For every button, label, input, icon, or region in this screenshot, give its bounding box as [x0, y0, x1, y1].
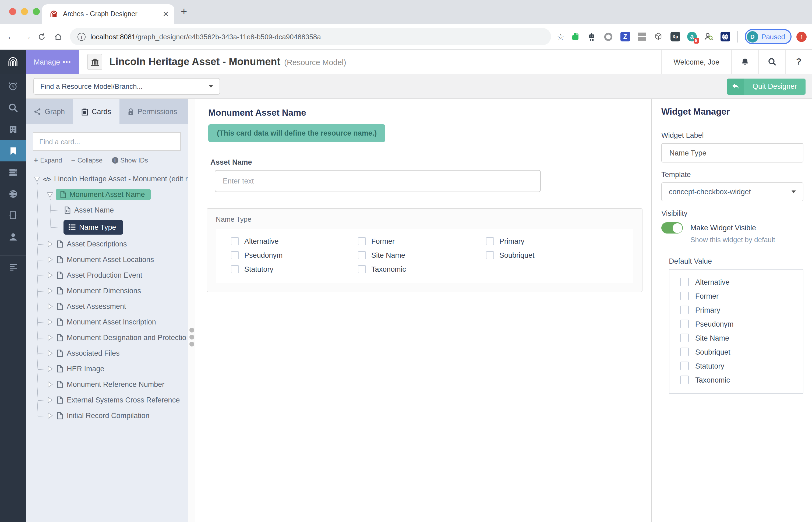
checkbox-icon[interactable]: [231, 265, 239, 273]
highlighted-card-node[interactable]: Monument Asset Name: [56, 189, 151, 200]
collapsed-arrow-icon[interactable]: [46, 365, 54, 373]
tab-close-icon[interactable]: ✕: [163, 10, 169, 18]
collapsed-arrow-icon[interactable]: [46, 349, 54, 357]
window-controls[interactable]: [9, 8, 40, 15]
collapsed-arrow-icon[interactable]: [46, 271, 54, 279]
collapsed-arrow-icon[interactable]: [46, 256, 54, 264]
checkbox-option[interactable]: Pseudonym: [680, 320, 797, 328]
new-tab-icon[interactable]: +: [181, 5, 187, 18]
sidebar-item-graph-designer[interactable]: [0, 140, 26, 161]
checkbox-option[interactable]: Statutory: [680, 362, 797, 370]
tab-cards[interactable]: Cards: [73, 99, 119, 124]
tree-node-card[interactable]: HER Image: [26, 361, 188, 377]
checkbox-option[interactable]: Primary: [486, 237, 627, 245]
panel-resize-handle[interactable]: [188, 99, 195, 522]
expanded-arrow-icon[interactable]: [33, 175, 41, 183]
tree-node-card[interactable]: Monument Dimensions: [26, 283, 188, 299]
checkbox-icon[interactable]: [358, 237, 366, 245]
collapse-all-link[interactable]: −Collapse: [71, 156, 103, 164]
tab-graph[interactable]: Graph: [26, 99, 73, 124]
checkbox-option[interactable]: Primary: [680, 306, 797, 314]
checkbox-option[interactable]: Taxonomic: [680, 376, 797, 384]
collapsed-arrow-icon[interactable]: [46, 380, 54, 389]
tab-permissions[interactable]: Permissions: [119, 99, 185, 124]
checkbox-icon[interactable]: [486, 237, 494, 245]
arches-logo[interactable]: [0, 50, 26, 74]
sidebar-item-servers[interactable]: [0, 161, 26, 183]
globe-extension-icon[interactable]: [721, 32, 730, 41]
url-bar[interactable]: i localhost:8081/graph_designer/e4b3562b…: [70, 28, 551, 45]
bookmark-star-icon[interactable]: ☆: [557, 32, 564, 42]
quit-designer-button[interactable]: Quit Designer: [727, 78, 806, 94]
checkbox-option[interactable]: Taxonomic: [358, 265, 486, 273]
widget-label-input[interactable]: [661, 143, 804, 162]
grid-icon[interactable]: [637, 32, 647, 41]
minimize-window-button[interactable]: [21, 8, 28, 15]
robot-icon[interactable]: [587, 32, 597, 41]
checkbox-option[interactable]: Former: [680, 292, 797, 300]
zotero-icon[interactable]: Z: [620, 32, 630, 41]
checkbox-icon[interactable]: [680, 376, 689, 384]
checkbox-option[interactable]: Soubriquet: [486, 251, 627, 259]
back-icon[interactable]: ←: [5, 32, 17, 41]
checkbox-icon[interactable]: [231, 251, 239, 259]
checkbox-icon[interactable]: [680, 306, 689, 314]
help-button[interactable]: ?: [785, 50, 812, 74]
checkbox-icon[interactable]: [486, 251, 494, 259]
maximize-window-button[interactable]: [33, 8, 40, 15]
profile-paused-button[interactable]: D Paused: [745, 29, 792, 44]
collapsed-arrow-icon[interactable]: [46, 412, 54, 420]
checkbox-icon[interactable]: [680, 333, 689, 342]
a-extension-icon[interactable]: a8: [687, 32, 697, 41]
person-search-icon[interactable]: [704, 32, 714, 41]
collapsed-arrow-icon[interactable]: [46, 287, 54, 295]
tree-node-card[interactable]: Initial Record Compilation: [26, 408, 188, 423]
checkbox-option[interactable]: Alternative: [680, 278, 797, 286]
xp-icon[interactable]: Xp: [670, 32, 680, 41]
expanded-arrow-icon[interactable]: [46, 191, 54, 199]
tree-node-card[interactable]: Asset Production Event: [26, 267, 188, 283]
template-select[interactable]: concept-checkbox-widget: [661, 182, 804, 201]
collapsed-arrow-icon[interactable]: [46, 302, 54, 310]
url-text[interactable]: localhost:8081/graph_designer/e4b3562b-3…: [90, 33, 321, 41]
collapsed-arrow-icon[interactable]: [46, 240, 54, 248]
tree-node-card[interactable]: Monument Asset Inscription: [26, 314, 188, 330]
collapsed-arrow-icon[interactable]: [46, 396, 54, 404]
checkbox-icon[interactable]: [680, 347, 689, 356]
tree-node-card[interactable]: Monument Designation and Protectio: [26, 330, 188, 345]
checkbox-icon[interactable]: [680, 292, 689, 300]
forward-icon[interactable]: →: [21, 32, 33, 41]
updater-icon[interactable]: ↑: [796, 32, 807, 42]
checkbox-icon[interactable]: [358, 265, 366, 273]
expand-all-link[interactable]: +Expand: [34, 156, 62, 164]
find-model-select[interactable]: Find a Resource Model/Branch...: [33, 78, 220, 95]
resource-model-icon-button[interactable]: [87, 54, 102, 70]
close-window-button[interactable]: [9, 8, 16, 15]
selected-widget-node[interactable]: Name Type: [64, 220, 123, 234]
tree-node-widget-selected[interactable]: Name Type: [26, 218, 188, 236]
tree-node-root[interactable]: </> Lincoln Heritage Asset - Monument (e…: [26, 171, 188, 187]
tree-node-card[interactable]: Asset Descriptions: [26, 236, 188, 252]
sidebar-item-search[interactable]: [0, 97, 26, 119]
checkbox-icon[interactable]: [680, 278, 689, 286]
checkbox-icon[interactable]: [680, 320, 689, 328]
sidebar-item-map[interactable]: [0, 183, 26, 204]
sidebar-item-recent[interactable]: [0, 75, 26, 97]
notifications-button[interactable]: [731, 50, 758, 74]
checkbox-icon[interactable]: [231, 237, 239, 245]
checkbox-option[interactable]: Pseudonym: [231, 251, 358, 259]
tree-node-card[interactable]: External Systems Cross Reference: [26, 392, 188, 408]
checkbox-icon[interactable]: [358, 251, 366, 259]
browser-tab[interactable]: Arches - Graph Designer ✕: [42, 4, 174, 24]
search-button[interactable]: [758, 50, 785, 74]
sidebar-item-resources[interactable]: [0, 119, 26, 140]
sidebar-item-provisional[interactable]: [0, 204, 26, 226]
visible-toggle[interactable]: [661, 222, 683, 234]
checkbox-option[interactable]: Site Name: [680, 333, 797, 342]
welcome-user-button[interactable]: Welcome, Joe: [661, 50, 731, 74]
sidebar-item-profile[interactable]: [0, 226, 26, 248]
evernote-icon[interactable]: [571, 32, 580, 41]
checkbox-option[interactable]: Alternative: [231, 237, 358, 245]
sidebar-item-menu[interactable]: [0, 256, 26, 277]
home-icon[interactable]: [54, 32, 65, 41]
